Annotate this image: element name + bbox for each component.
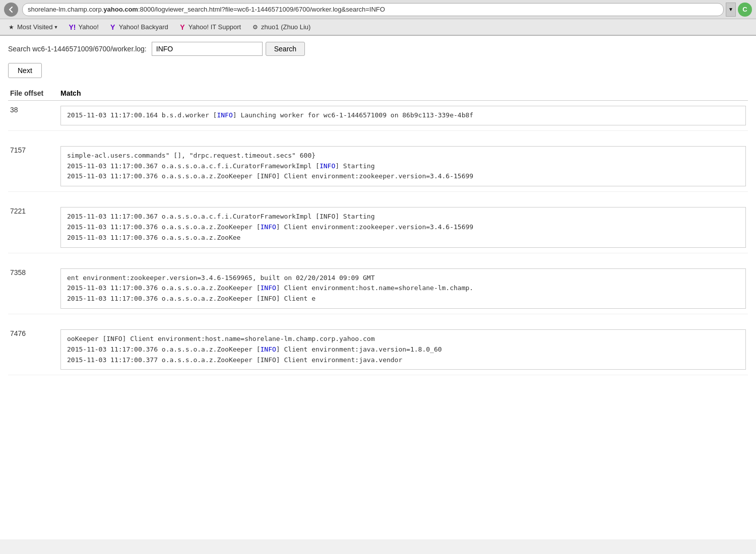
url-bar[interactable]: shorelane-lm.champ.corp.yahoo.com:8000/l… [22, 3, 724, 16]
table-cell-offset: 7157 [8, 141, 58, 192]
url-path: :8000/logviewer_search.html?file=wc6-1-1… [138, 6, 385, 13]
bookmark-yahoo-it-support[interactable]: Y Yahoo! IT Support [174, 22, 245, 32]
info-highlight: INFO [320, 162, 335, 170]
security-button[interactable]: C [738, 3, 752, 17]
bookmark-most-visited-label: Most Visited [17, 23, 53, 31]
info-highlight: INFO [261, 284, 276, 292]
yahoo-icon: Y! [69, 23, 77, 31]
log-line: ooKeeper [INFO] Client environment:host.… [67, 334, 739, 344]
info-highlight: INFO [261, 223, 276, 231]
search-button[interactable]: Search [266, 42, 305, 56]
next-button[interactable]: Next [8, 63, 42, 78]
address-bar: shorelane-lm.champ.corp.yahoo.com:8000/l… [0, 0, 756, 19]
match-box: ent environment:zookeeper.version=3.4.6-… [60, 268, 746, 309]
log-line: 2015-11-03 11:17:00.376 o.a.s.s.o.a.z.Zo… [67, 294, 739, 304]
match-box: ooKeeper [INFO] Client environment:host.… [60, 329, 746, 370]
table-row: 382015-11-03 11:17:00.164 b.s.d.worker [… [8, 101, 748, 131]
table-cell-match: simple-acl.users.commands" [], "drpc.req… [58, 141, 748, 192]
search-input[interactable] [152, 42, 263, 56]
browser-chrome: shorelane-lm.champ.corp.yahoo.com:8000/l… [0, 0, 756, 36]
table-cell-offset: 7476 [8, 324, 58, 375]
chevron-down-icon: ▼ [54, 25, 58, 30]
col-header-offset: File offset [8, 86, 58, 101]
log-line: 2015-11-03 11:17:00.376 o.a.s.s.o.a.z.Zo… [67, 171, 739, 182]
table-spacer-row [8, 192, 748, 202]
match-box: simple-acl.users.commands" [], "drpc.req… [60, 146, 746, 186]
table-cell-match: ooKeeper [INFO] Client environment:host.… [58, 324, 748, 375]
table-cell-match: ent environment:zookeeper.version=3.4.6-… [58, 263, 748, 314]
log-line: 2015-11-03 11:17:00.376 o.a.s.s.o.a.z.Zo… [67, 283, 739, 294]
table-cell-match: 2015-11-03 11:17:00.164 b.s.d.worker [IN… [58, 101, 748, 131]
bookmark-yahoo-backyard-label: Yahoo! Backyard [119, 23, 168, 31]
table-spacer-row [8, 375, 748, 386]
bookmark-yahoo[interactable]: Y! Yahoo! [65, 22, 103, 32]
yahoo-backyard-icon: Y [109, 23, 117, 31]
back-button[interactable] [4, 3, 18, 17]
log-line: 2015-11-03 11:17:00.376 o.a.s.s.o.a.z.Zo… [67, 233, 739, 243]
bookmark-yahoo-backyard[interactable]: Y Yahoo! Backyard [105, 22, 172, 32]
table-cell-offset: 38 [8, 101, 58, 131]
url-dropdown-button[interactable]: ▼ [726, 3, 736, 17]
url-domain: yahoo.com [103, 6, 138, 13]
match-box: 2015-11-03 11:17:00.367 o.a.s.s.o.a.c.f.… [60, 207, 746, 247]
match-box: 2015-11-03 11:17:00.164 b.s.d.worker [IN… [60, 106, 746, 125]
log-line: 2015-11-03 11:17:00.164 b.s.d.worker [IN… [67, 110, 739, 121]
search-bar: Search wc6-1-1446571009/6700/worker.log:… [8, 42, 748, 56]
table-cell-offset: 7221 [8, 202, 58, 253]
star-icon: ★ [7, 23, 15, 31]
log-line: 2015-11-03 11:17:00.367 o.a.s.s.o.a.c.f.… [67, 161, 739, 172]
table-spacer-row [8, 314, 748, 324]
log-line: 2015-11-03 11:17:00.367 o.a.s.s.o.a.c.f.… [67, 212, 739, 222]
bookmark-yahoo-it-label: Yahoo! IT Support [188, 23, 241, 31]
table-row: 7476ooKeeper [INFO] Client environment:h… [8, 324, 748, 375]
log-line: 2015-11-03 11:17:00.376 o.a.s.s.o.a.z.Zo… [67, 222, 739, 233]
bookmark-most-visited[interactable]: ★ Most Visited ▼ [3, 22, 62, 32]
bookmarks-bar: ★ Most Visited ▼ Y! Yahoo! Y Yahoo! Back… [0, 19, 756, 35]
bookmark-zhuo-liu-label: zhuo1 (Zhuo Liu) [261, 23, 310, 31]
log-line: 2015-11-03 11:17:00.376 o.a.s.s.o.a.z.Zo… [67, 344, 739, 355]
table-spacer-row [8, 130, 748, 141]
log-line: simple-acl.users.commands" [], "drpc.req… [67, 151, 739, 161]
log-line: 2015-11-03 11:17:00.377 o.a.s.s.o.a.z.Zo… [67, 355, 739, 366]
table-row: 72212015-11-03 11:17:00.367 o.a.s.s.o.a.… [8, 202, 748, 253]
table-row: 7358ent environment:zookeeper.version=3.… [8, 263, 748, 314]
url-prefix: shorelane-lm.champ.corp. [28, 6, 103, 13]
info-highlight: INFO [217, 111, 232, 119]
table-header-row: File offset Match [8, 86, 748, 101]
bookmark-yahoo-label: Yahoo! [79, 23, 99, 31]
table-cell-match: 2015-11-03 11:17:00.367 o.a.s.s.o.a.c.f.… [58, 202, 748, 253]
table-cell-offset: 7358 [8, 263, 58, 314]
search-label: Search wc6-1-1446571009/6700/worker.log: [8, 45, 147, 53]
yahoo-it-icon: Y [178, 23, 186, 31]
log-table: File offset Match 382015-11-03 11:17:00.… [8, 86, 748, 385]
info-highlight: INFO [261, 345, 276, 353]
table-spacer-row [8, 253, 748, 263]
github-icon: ⚙ [251, 23, 259, 31]
table-row: 7157simple-acl.users.commands" [], "drpc… [8, 141, 748, 192]
page-content: Search wc6-1-1446571009/6700/worker.log:… [0, 36, 756, 539]
col-header-match: Match [58, 86, 748, 101]
bookmark-zhuo-liu[interactable]: ⚙ zhuo1 (Zhuo Liu) [247, 22, 314, 32]
log-line: ent environment:zookeeper.version=3.4.6-… [67, 273, 739, 284]
